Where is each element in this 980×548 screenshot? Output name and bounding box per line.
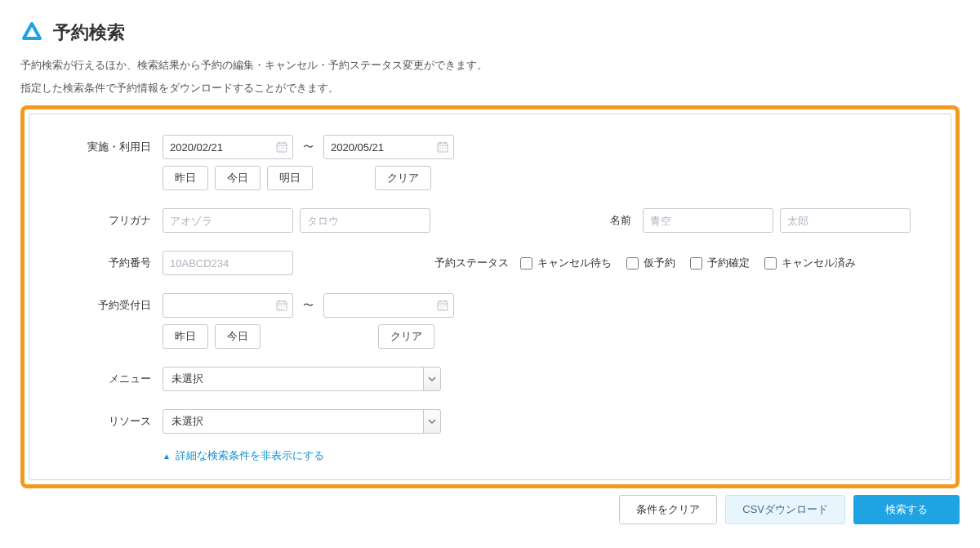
resource-select[interactable]: 未選択 [163,409,440,434]
chevron-down-icon[interactable] [423,367,441,391]
checkbox-icon[interactable] [626,257,639,270]
checkbox-icon[interactable] [690,257,702,270]
name-last-input[interactable] [643,208,773,233]
csv-download-button[interactable]: CSVダウンロード [725,495,845,524]
highlight-frame: 実施・利用日 〜 昨日 今日 明日 クリア [20,105,960,488]
label-usage-date: 実施・利用日 [52,140,163,154]
toggle-advanced-link[interactable]: ▲ 詳細な検索条件を非表示にする [163,448,928,463]
page-desc-1: 予約検索が行えるほか、検索結果から予約の編集・キャンセル・予約ステータス変更がで… [20,56,960,74]
status-cancelled-label: キャンセル済み [782,256,856,270]
reservation-number-input[interactable] [163,251,293,275]
received-date-to-input[interactable] [323,293,454,318]
recv-today-button[interactable]: 今日 [215,324,261,349]
today-button[interactable]: 今日 [215,166,261,190]
logo-icon [20,21,43,45]
triangle-up-icon: ▲ [163,452,171,461]
toggle-advanced-label: 詳細な検索条件を非表示にする [176,448,324,463]
status-waitlist-label: キャンセル待ち [537,256,612,270]
search-button[interactable]: 検索する [853,495,960,524]
usage-date-clear-button[interactable]: クリア [375,166,431,190]
label-reservation-number: 予約番号 [52,256,163,270]
tilde: 〜 [300,298,317,313]
checkbox-icon[interactable] [764,257,777,270]
furigana-last-input[interactable] [163,208,293,233]
page-title-row: 予約検索 [20,20,960,45]
recv-yesterday-button[interactable]: 昨日 [163,324,208,349]
status-tentative-label: 仮予約 [644,256,675,270]
tomorrow-button[interactable]: 明日 [267,166,313,190]
resource-select-value: 未選択 [163,409,440,434]
checkbox-icon[interactable] [520,257,532,270]
status-confirmed-label: 予約確定 [707,256,750,270]
page-desc-2: 指定した検索条件で予約情報をダウンロードすることができます。 [20,79,960,97]
usage-date-to-input[interactable] [323,135,454,159]
tilde: 〜 [300,140,317,154]
label-received-date: 予約受付日 [52,298,163,313]
status-tentative-checkbox[interactable]: 仮予約 [626,256,675,270]
recv-clear-button[interactable]: クリア [378,324,434,349]
status-cancelled-checkbox[interactable]: キャンセル済み [764,256,856,270]
furigana-first-input[interactable] [300,208,430,233]
name-first-input[interactable] [780,208,911,233]
label-furigana: フリガナ [52,213,163,228]
menu-select-value: 未選択 [163,367,440,391]
status-waitlist-checkbox[interactable]: キャンセル待ち [520,256,612,270]
label-resource: リソース [52,414,163,429]
status-confirmed-checkbox[interactable]: 予約確定 [690,256,750,270]
yesterday-button[interactable]: 昨日 [163,166,208,190]
clear-conditions-button[interactable]: 条件をクリア [619,495,717,524]
chevron-down-icon[interactable] [423,409,441,434]
label-menu: メニュー [52,372,163,386]
search-form-card: 実施・利用日 〜 昨日 今日 明日 クリア [29,114,951,480]
received-date-from-input[interactable] [163,293,293,318]
page-title: 予約検索 [53,20,125,45]
menu-select[interactable]: 未選択 [163,367,440,391]
usage-date-from-input[interactable] [163,135,293,159]
footer-actions: 条件をクリア CSVダウンロード 検索する [20,495,960,524]
label-status: 予約ステータス [430,256,520,270]
label-name: 名前 [545,213,643,228]
